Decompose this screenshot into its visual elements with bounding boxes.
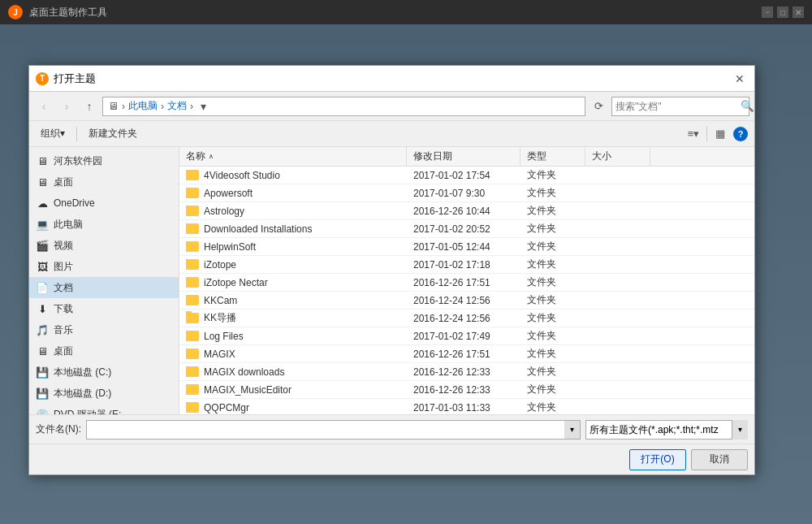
table-row[interactable]: KKCam2016-12-24 12:56文件夹	[179, 292, 754, 310]
desktop-icon: 🖥	[36, 175, 49, 188]
filename-dropdown-button[interactable]: ▾	[564, 420, 581, 440]
filename-label: 文件名(N):	[36, 422, 81, 436]
folder-icon	[186, 206, 199, 216]
sidebar-label-localdiskc: 本地磁盘 (C:)	[54, 366, 111, 379]
dialog-icon: T	[36, 72, 49, 85]
col-header-size[interactable]: 大小	[585, 147, 650, 166]
bg-logo-icon: J	[8, 5, 23, 19]
up-button[interactable]: ↑	[80, 97, 99, 116]
table-row[interactable]: Downloaded Installations2017-01-02 20:52…	[179, 220, 754, 238]
file-type-cell: 文件夹	[520, 383, 585, 396]
bg-titlebar: J 桌面主题制作工具 － □ ✕	[0, 0, 812, 24]
file-type-cell: 文件夹	[520, 258, 585, 271]
table-row[interactable]: 4Videosoft Studio2017-01-02 17:54文件夹	[179, 167, 754, 184]
new-folder-button[interactable]: 新建文件夹	[84, 124, 142, 144]
back-button[interactable]: ‹	[34, 97, 54, 116]
file-list[interactable]: 名称 ∧ 修改日期 类型 大小 4Videosoft Studio2017-01…	[179, 147, 754, 414]
sidebar-label-downloads: 下载	[54, 302, 73, 316]
file-name-cell: MAGIX downloads	[179, 366, 407, 378]
file-type-cell: 文件夹	[520, 204, 585, 218]
localdiskd-icon: 💾	[36, 387, 49, 400]
filetype-select[interactable]: 所有主题文件(*.apk;*.tht;*.mtz	[585, 420, 748, 440]
sidebar-item-onedrive[interactable]: ☁OneDrive	[29, 193, 179, 214]
hedong-icon: 🖥	[36, 154, 49, 167]
desktop2-icon: 🖥	[36, 344, 49, 357]
table-row[interactable]: QQPCMgr2017-01-03 11:33文件夹	[179, 399, 754, 414]
table-row[interactable]: MAGIX_MusicEditor2016-12-26 12:33文件夹	[179, 381, 754, 399]
sidebar-item-hedong[interactable]: 🖥河东软件园	[29, 150, 179, 171]
breadcrumb-dropdown-button[interactable]: ▾	[197, 99, 209, 114]
file-name-cell: 4Videosoft Studio	[179, 170, 407, 181]
table-row[interactable]: iZotope Nectar2016-12-26 17:51文件夹	[179, 274, 754, 292]
file-name-cell: MAGIX	[179, 349, 407, 360]
forward-button[interactable]: ›	[57, 97, 76, 116]
breadcrumb-thispc[interactable]: 此电脑	[128, 99, 158, 113]
sidebar-label-localdiskd: 本地磁盘 (D:)	[54, 387, 111, 401]
folder-icon	[186, 170, 199, 180]
breadcrumb-documents[interactable]: 文档	[167, 99, 187, 113]
help-button[interactable]: ?	[733, 127, 748, 141]
col-header-name[interactable]: 名称 ∧	[179, 147, 407, 166]
sidebar-item-downloads[interactable]: ⬇下载	[29, 298, 179, 319]
open-theme-dialog: T 打开主题 ✕ ‹ › ↑ 🖥 › 此电脑 › 文档 › ▾ ⟳ 🔍 组织▾ …	[28, 65, 755, 475]
file-type-cell: 文件夹	[520, 329, 585, 343]
sidebar-item-localdiskc[interactable]: 💾本地磁盘 (C:)	[29, 362, 179, 383]
file-name-cell: iZotope Nectar	[179, 277, 407, 288]
view-details-button[interactable]: ▦	[710, 124, 730, 144]
sidebar-item-video[interactable]: 🎬视频	[29, 235, 179, 256]
search-button[interactable]: 🔍	[741, 97, 754, 115]
cancel-button[interactable]: 取消	[691, 449, 748, 470]
col-header-date[interactable]: 修改日期	[407, 147, 520, 166]
music-icon: 🎵	[36, 323, 49, 336]
sidebar-label-documents: 文档	[54, 281, 73, 295]
file-name-cell: MAGIX_MusicEditor	[179, 384, 407, 396]
file-type-cell: 文件夹	[520, 365, 585, 379]
dialog-close-button[interactable]: ✕	[732, 71, 748, 87]
bg-close-button[interactable]: ✕	[793, 6, 804, 18]
table-row[interactable]: Log Files2017-01-02 17:49文件夹	[179, 327, 754, 345]
folder-icon	[186, 223, 199, 234]
refresh-button[interactable]: ⟳	[589, 97, 608, 116]
table-row[interactable]: MAGIX downloads2016-12-26 12:33文件夹	[179, 363, 754, 381]
file-name-cell: KK导播	[179, 311, 407, 325]
filename-input[interactable]	[86, 420, 581, 440]
sidebar-label-onedrive: OneDrive	[54, 197, 95, 209]
file-date-cell: 2016-12-26 17:51	[407, 349, 520, 360]
sidebar-label-video: 视频	[54, 239, 73, 253]
onedrive-icon: ☁	[36, 197, 49, 210]
search-input[interactable]	[612, 97, 741, 115]
sidebar-item-localdiskd[interactable]: 💾本地磁盘 (D:)	[29, 383, 179, 404]
file-name-cell: iZotope	[179, 259, 407, 271]
table-row[interactable]: Apowersoft2017-01-07 9:30文件夹	[179, 184, 754, 202]
table-row[interactable]: HelpwinSoft2017-01-05 12:44文件夹	[179, 238, 754, 256]
folder-icon	[186, 402, 199, 413]
view-list-button[interactable]: ≡▾	[684, 124, 703, 144]
sidebar-item-dvddrive[interactable]: 💿DVD 驱动器 (E:	[29, 404, 179, 414]
bg-maximize-button[interactable]: □	[777, 6, 788, 18]
sidebar-item-desktop[interactable]: 🖥桌面	[29, 171, 179, 193]
file-name-cell: QQPCMgr	[179, 402, 407, 414]
col-header-type[interactable]: 类型	[520, 147, 585, 166]
toolbar-separator	[76, 127, 77, 141]
sidebar-item-music[interactable]: 🎵音乐	[29, 319, 179, 340]
file-type-cell: 文件夹	[520, 311, 585, 325]
sidebar-item-desktop2[interactable]: 🖥桌面	[29, 340, 179, 362]
filename-bar: 文件名(N): ▾ 所有主题文件(*.apk;*.tht;*.mtz ▾	[29, 414, 754, 444]
main-area: 🖥河东软件园🖥桌面☁OneDrive💻此电脑🎬视频🖼图片📄文档⬇下载🎵音乐🖥桌面…	[29, 147, 754, 414]
sidebar-item-documents[interactable]: 📄文档	[29, 277, 179, 298]
folder-icon	[186, 188, 199, 198]
sidebar-item-pictures[interactable]: 🖼图片	[29, 256, 179, 277]
bg-minimize-button[interactable]: －	[762, 6, 773, 18]
table-row[interactable]: iZotope2017-01-02 17:18文件夹	[179, 256, 754, 274]
file-name-cell: Apowersoft	[179, 188, 407, 199]
open-button[interactable]: 打开(O)	[629, 449, 686, 470]
table-row[interactable]: Astrology2016-12-26 10:44文件夹	[179, 202, 754, 220]
organize-button[interactable]: 组织▾	[36, 124, 70, 144]
table-row[interactable]: MAGIX2016-12-26 17:51文件夹	[179, 345, 754, 363]
table-row[interactable]: KK导播2016-12-24 12:56文件夹	[179, 310, 754, 327]
dvddrive-icon: 💿	[36, 408, 49, 414]
file-type-cell: 文件夹	[520, 347, 585, 361]
sidebar-label-dvddrive: DVD 驱动器 (E:	[54, 408, 121, 415]
address-bar: ‹ › ↑ 🖥 › 此电脑 › 文档 › ▾ ⟳ 🔍	[29, 92, 754, 121]
sidebar-item-thispc[interactable]: 💻此电脑	[29, 214, 179, 235]
